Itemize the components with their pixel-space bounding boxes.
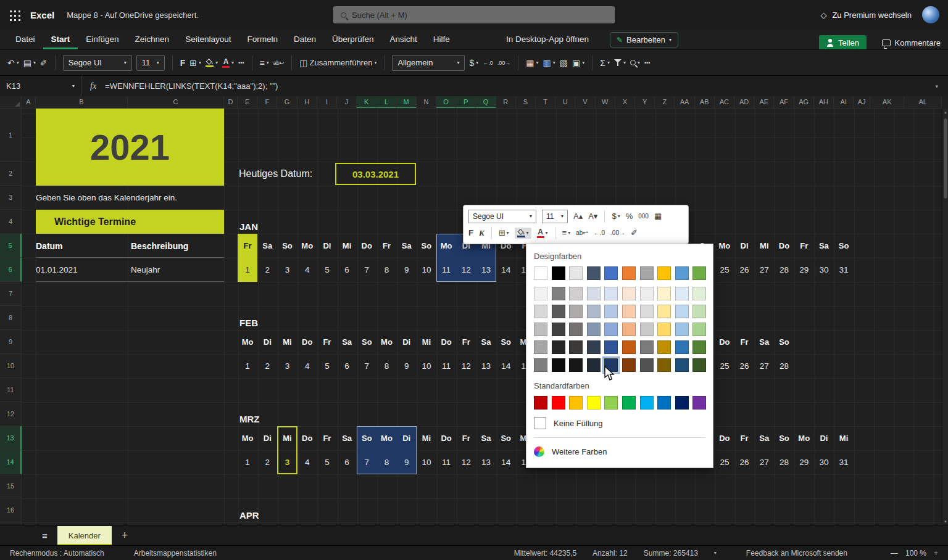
feb-day-2-weekday-cell[interactable]: Di <box>257 330 277 354</box>
theme-color-swatch-E7E6E6[interactable] <box>569 266 583 280</box>
feb-day-12-weekday-cell[interactable]: Fr <box>456 330 476 354</box>
theme-color-swatch-2F5497[interactable] <box>604 340 618 354</box>
merge-cells-button[interactable]: ◫Zusammenführen▾ <box>299 58 376 68</box>
theme-color-swatch-D0CECE[interactable] <box>569 287 583 300</box>
column-header-U[interactable]: U <box>555 96 575 109</box>
column-header-AA[interactable]: AA <box>675 96 694 109</box>
standard-color-swatch-FF0000[interactable] <box>552 396 565 410</box>
feb-day-8-weekday-cell[interactable]: Mo <box>376 330 396 354</box>
column-header-P[interactable]: P <box>456 96 476 109</box>
row-header-7[interactable]: 7 <box>0 282 22 306</box>
app-launcher-waffle-icon[interactable] <box>9 9 20 21</box>
mini-borders-button[interactable]: ⊞▾ <box>499 228 509 237</box>
jan-day-28-weekday-cell[interactable]: Do <box>774 234 794 258</box>
theme-color-swatch-548235[interactable] <box>692 340 706 354</box>
column-header-D[interactable]: D <box>224 96 238 109</box>
mini-percent-button[interactable]: % <box>626 212 633 221</box>
borders-button[interactable]: ⊞▾ <box>189 58 201 68</box>
row-header-9[interactable]: 9 <box>0 330 22 354</box>
increase-decimal-button[interactable]: .00→ <box>497 60 511 66</box>
theme-color-swatch-BF9000[interactable] <box>657 340 671 354</box>
theme-color-swatch-C9C9C9[interactable] <box>640 323 654 336</box>
theme-color-swatch-404040[interactable] <box>552 323 565 336</box>
theme-color-swatch-ED7D31[interactable] <box>622 266 636 280</box>
month-label-mrz[interactable]: MRZ <box>239 402 260 426</box>
feb-day-6-number-cell[interactable]: 6 <box>337 354 357 378</box>
zoom-in-button[interactable]: + <box>934 549 938 558</box>
ribbon-tab-daten[interactable]: Daten <box>286 30 324 49</box>
editing-mode-button[interactable]: ✎ Bearbeiten ▾ <box>610 32 678 47</box>
jan-day-10-number-cell[interactable]: 10 <box>417 258 436 282</box>
decrease-font-size-button[interactable]: A▾ <box>588 212 597 221</box>
mrz-day-8-weekday-cell[interactable]: Mo <box>376 426 396 450</box>
feb-day-12-number-cell[interactable]: 12 <box>456 354 476 378</box>
jan-day-25-weekday-cell[interactable]: Mo <box>715 234 734 258</box>
mini-format-painter-button[interactable]: ✐ <box>631 228 638 237</box>
row-header-14[interactable]: 14 <box>0 450 22 474</box>
jan-day-4-number-cell[interactable]: 4 <box>297 258 317 282</box>
theme-color-swatch-ACB9CA[interactable] <box>587 305 601 318</box>
mrz-day-31-weekday-cell[interactable]: Mi <box>834 426 854 450</box>
status-average[interactable]: Mittelwert: 44235,5 <box>514 549 576 558</box>
column-header-X[interactable]: X <box>615 96 635 109</box>
mini-fill-color-button[interactable]: ▾ <box>515 228 531 239</box>
mrz-day-27-weekday-cell[interactable]: Sa <box>754 426 774 450</box>
jan-day-26-weekday-cell[interactable]: Di <box>734 234 754 258</box>
mrz-day-13-weekday-cell[interactable]: Sa <box>476 426 496 450</box>
column-header-AF[interactable]: AF <box>774 96 794 109</box>
theme-color-swatch-E2F0D9[interactable] <box>692 287 706 300</box>
column-header-M[interactable]: M <box>397 96 417 109</box>
comments-button[interactable]: Kommentare <box>882 35 941 51</box>
mrz-day-29-weekday-cell[interactable]: Mo <box>794 426 814 450</box>
row-header-2[interactable]: 2 <box>0 162 22 186</box>
mrz-day-25-number-cell[interactable]: 25 <box>715 450 734 474</box>
jan-day-31-number-cell[interactable]: 31 <box>834 258 854 282</box>
mrz-day-9-weekday-cell[interactable]: Di <box>397 426 417 450</box>
feb-day-25-weekday-cell[interactable]: Do <box>715 330 734 354</box>
sort-filter-button[interactable]: ▾ <box>614 59 626 66</box>
scrollbar-thumb[interactable] <box>944 118 947 199</box>
zoom-level[interactable]: 100 % <box>905 549 926 558</box>
column-header-AI[interactable]: AI <box>834 96 854 109</box>
theme-color-swatch-0D0D0D[interactable] <box>552 358 565 372</box>
theme-color-swatch-525252[interactable] <box>640 358 654 372</box>
mrz-day-10-number-cell[interactable]: 10 <box>417 450 436 474</box>
feb-day-4-weekday-cell[interactable]: Do <box>297 330 317 354</box>
workbook-statistics-button[interactable]: Arbeitsmappenstatistiken <box>134 549 217 558</box>
jan-day-9-number-cell[interactable]: 9 <box>397 258 417 282</box>
wrap-text-button[interactable]: ab↩ <box>273 60 285 66</box>
theme-color-swatch-FFE699[interactable] <box>657 305 671 318</box>
standard-color-swatch-FFC000[interactable] <box>569 396 583 410</box>
column-header-B[interactable]: B <box>36 96 128 109</box>
jan-day-11-weekday-cell[interactable]: Mo <box>436 234 456 258</box>
feb-day-9-weekday-cell[interactable]: Di <box>397 330 417 354</box>
jan-day-3-weekday-cell[interactable]: So <box>277 234 297 258</box>
mrz-day-29-number-cell[interactable]: 29 <box>794 450 814 474</box>
mini-decrease-decimal-button[interactable]: ←.0 <box>594 229 605 236</box>
mrz-day-27-number-cell[interactable]: 27 <box>754 450 774 474</box>
jan-day-28-number-cell[interactable]: 28 <box>774 258 794 282</box>
jan-day-26-number-cell[interactable]: 26 <box>734 258 754 282</box>
column-header-AH[interactable]: AH <box>814 96 834 109</box>
theme-color-swatch-B4C7E7[interactable] <box>604 305 618 318</box>
jan-day-4-weekday-cell[interactable]: Mo <box>297 234 317 258</box>
feb-day-4-number-cell[interactable]: 4 <box>297 354 317 378</box>
theme-color-swatch-5B9BD5[interactable] <box>675 266 689 280</box>
mini-currency-button[interactable]: $▾ <box>612 212 620 221</box>
column-header-AB[interactable]: AB <box>695 96 715 109</box>
row-header-3[interactable]: 3 <box>0 186 22 210</box>
feb-day-11-weekday-cell[interactable]: Do <box>436 330 456 354</box>
feb-day-25-number-cell[interactable]: 25 <box>715 354 734 378</box>
mrz-day-5-weekday-cell[interactable]: Fr <box>317 426 337 450</box>
standard-color-swatch-0070C0[interactable] <box>657 396 671 410</box>
feb-day-3-weekday-cell[interactable]: Mi <box>277 330 297 354</box>
theme-color-swatch-EDEDED[interactable] <box>640 287 654 300</box>
share-button[interactable]: Teilen <box>819 35 867 51</box>
jan-day-13-number-cell[interactable]: 13 <box>476 258 496 282</box>
column-header-R[interactable]: R <box>496 96 516 109</box>
increase-font-size-button[interactable]: A▴ <box>573 212 583 221</box>
sheet-list-icon[interactable]: ≡ <box>42 530 48 541</box>
theme-color-swatch-7B7B7B[interactable] <box>640 340 654 354</box>
today-date-label-cell[interactable]: Heutiges Datum: <box>239 162 312 186</box>
theme-color-swatch-D9E2F3[interactable] <box>604 287 618 300</box>
